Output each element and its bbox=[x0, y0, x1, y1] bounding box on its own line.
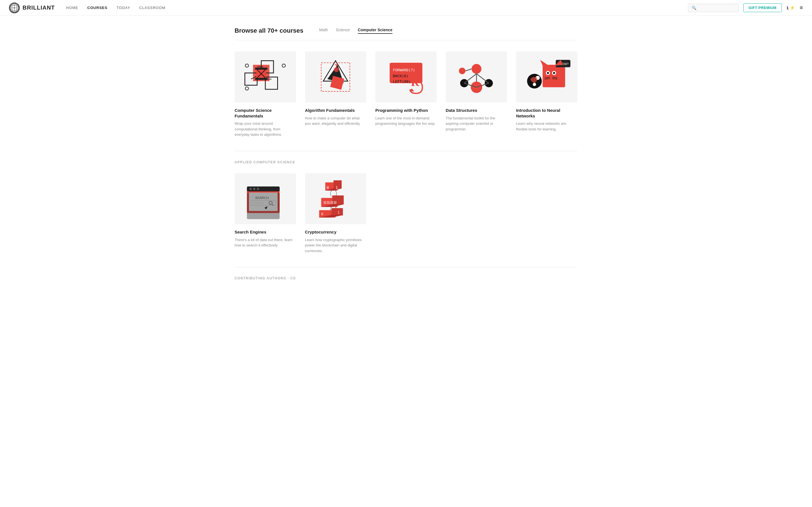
nav-classroom[interactable]: CLASSROOM bbox=[139, 6, 165, 10]
svg-text:1: 1 bbox=[338, 210, 340, 214]
logo-area[interactable]: BRILLIANT bbox=[9, 3, 55, 13]
course-desc-data-structures: The fundamental toolkit for the aspiring… bbox=[446, 115, 507, 132]
svg-text:0: 0 bbox=[321, 212, 323, 216]
svg-line-44 bbox=[465, 69, 471, 71]
course-desc-cryptocurrency: Learn how cryptographic primitives power… bbox=[305, 237, 366, 254]
filter-math[interactable]: Math bbox=[319, 27, 328, 34]
course-image-cryptocurrency: 1 0 ⛓⛓⛓⛓ 0 bbox=[305, 173, 366, 224]
svg-point-52 bbox=[553, 72, 555, 74]
svg-text:LEFT(90): LEFT(90) bbox=[393, 79, 411, 83]
svg-rect-74 bbox=[247, 193, 280, 219]
svg-line-40 bbox=[476, 74, 489, 83]
course-card-search-engines[interactable]: SEARCH Search Engines There's a lot of d… bbox=[235, 173, 296, 253]
course-image-search-engines: SEARCH bbox=[235, 173, 296, 224]
course-image-data-structures bbox=[446, 52, 507, 103]
svg-point-51 bbox=[547, 72, 549, 74]
nav-home[interactable]: HOME bbox=[66, 6, 79, 10]
contributing-authors-label: CONTRIBUTING AUTHORS - CS bbox=[235, 267, 577, 280]
course-card-data-structures[interactable]: Data Structures The fundamental toolkit … bbox=[446, 52, 507, 137]
filter-science[interactable]: Science bbox=[336, 27, 350, 34]
svg-rect-85 bbox=[332, 208, 343, 216]
course-title-cs-fundamentals: Computer Science Fundamentals bbox=[235, 108, 296, 119]
course-image-neural-networks: MEOW? bbox=[516, 52, 577, 103]
course-card-algorithms[interactable]: Algorithm Fundamentals How to make a com… bbox=[305, 52, 366, 137]
svg-point-61 bbox=[533, 83, 536, 86]
filter-tabs: Math Science Computer Science bbox=[319, 27, 393, 34]
course-image-algorithms bbox=[305, 52, 366, 103]
navbar: BRILLIANT HOME COURSES TODAY CLASSROOM 🔍… bbox=[0, 0, 812, 16]
main-content: Browse all 70+ courses Math Science Comp… bbox=[225, 16, 587, 291]
logo-icon bbox=[9, 3, 20, 13]
course-title-data-structures: Data Structures bbox=[446, 108, 507, 113]
menu-icon[interactable]: ≡ bbox=[800, 4, 803, 11]
svg-text:FORWARD(7): FORWARD(7) bbox=[393, 68, 415, 72]
svg-point-66 bbox=[257, 187, 259, 190]
applied-section-label: APPLIED COMPUTER SCIENCE bbox=[235, 151, 577, 164]
svg-point-18 bbox=[245, 64, 249, 67]
course-title-neural-networks: Introduction to Neural Networks bbox=[516, 108, 577, 119]
course-title-algorithms: Algorithm Fundamentals bbox=[305, 108, 366, 113]
nav-today[interactable]: TODAY bbox=[116, 6, 130, 10]
course-desc-search-engines: There's a lot of data out there, learn h… bbox=[235, 237, 296, 248]
course-card-cryptocurrency[interactable]: 1 0 ⛓⛓⛓⛓ 0 bbox=[305, 173, 366, 253]
nav-courses[interactable]: COURSES bbox=[87, 6, 108, 10]
course-desc-neural-networks: Learn why neural networks are flexible t… bbox=[516, 121, 577, 132]
svg-text:R: R bbox=[411, 76, 419, 89]
svg-rect-17 bbox=[255, 78, 267, 80]
browse-header: Browse all 70+ courses Math Science Comp… bbox=[235, 27, 577, 40]
course-card-cs-fundamentals[interactable]: Computer Science Fundamentals Wrap your … bbox=[235, 52, 296, 137]
gift-premium-button[interactable]: GIFT PREMIUM bbox=[743, 3, 782, 12]
course-image-cs-fundamentals bbox=[235, 52, 296, 103]
applied-course-grid: SEARCH Search Engines There's a lot of d… bbox=[235, 173, 577, 253]
filter-cs[interactable]: Computer Science bbox=[358, 27, 393, 34]
svg-rect-45 bbox=[543, 65, 565, 87]
streak-badge: 1 ⚡ bbox=[786, 5, 795, 10]
logo-text: BRILLIANT bbox=[22, 4, 55, 11]
svg-marker-57 bbox=[540, 60, 548, 66]
svg-text:⛓⛓⛓⛓: ⛓⛓⛓⛓ bbox=[323, 201, 337, 205]
course-card-python[interactable]: FORWARD(7) BACK(6) LEFT(90) R Programmin… bbox=[375, 52, 437, 137]
svg-point-65 bbox=[253, 187, 255, 190]
svg-rect-16 bbox=[255, 68, 267, 69]
nav-right: 🔍 GIFT PREMIUM 1 ⚡ ≡ bbox=[688, 3, 803, 12]
svg-line-39 bbox=[464, 74, 476, 83]
course-title-search-engines: Search Engines bbox=[235, 229, 296, 235]
search-icon: 🔍 bbox=[692, 6, 696, 10]
svg-point-64 bbox=[249, 187, 252, 190]
course-title-python: Programming with Python bbox=[375, 108, 437, 113]
course-title-cryptocurrency: Cryptocurrency bbox=[305, 229, 366, 235]
svg-text:1: 1 bbox=[336, 185, 338, 190]
search-input[interactable] bbox=[699, 6, 735, 10]
svg-point-34 bbox=[471, 64, 481, 74]
course-desc-python: Learn one of the most in-demand programm… bbox=[375, 115, 437, 126]
search-box[interactable]: 🔍 bbox=[688, 4, 739, 12]
fire-icon: ⚡ bbox=[790, 5, 795, 10]
svg-point-20 bbox=[245, 87, 249, 90]
course-card-neural-networks[interactable]: MEOW? bbox=[516, 52, 577, 137]
svg-text:0: 0 bbox=[326, 185, 329, 190]
svg-point-19 bbox=[282, 64, 285, 67]
streak-count: 1 bbox=[786, 5, 789, 10]
course-desc-cs-fundamentals: Wrap your mind around computational thin… bbox=[235, 121, 296, 137]
course-image-python: FORWARD(7) BACK(6) LEFT(90) R bbox=[375, 52, 437, 103]
svg-point-25 bbox=[334, 67, 339, 72]
course-desc-algorithms: How to make a computer do what you want,… bbox=[305, 115, 366, 126]
core-course-grid: Computer Science Fundamentals Wrap your … bbox=[235, 52, 577, 137]
svg-text:BACK(6): BACK(6) bbox=[393, 74, 409, 78]
svg-point-38 bbox=[459, 68, 465, 74]
browse-title: Browse all 70+ courses bbox=[235, 27, 303, 34]
nav-links: HOME COURSES TODAY CLASSROOM bbox=[66, 6, 688, 10]
